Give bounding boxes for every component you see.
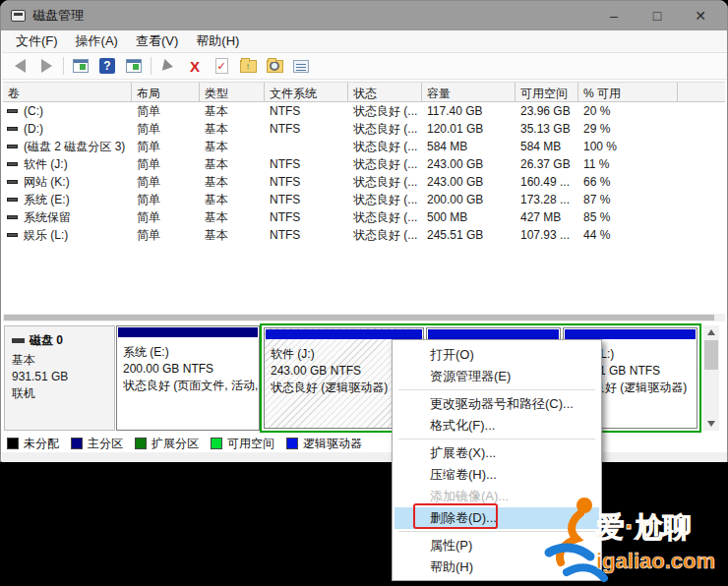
partition-size: 200.00 GB NTFS bbox=[123, 361, 253, 378]
table-row[interactable]: 娱乐 (L:) 简单 基本 NTFS 状态良好 (... 245.51 GB 1… bbox=[3, 226, 725, 244]
vscroll-thumb[interactable] bbox=[704, 340, 718, 370]
find-icon[interactable] bbox=[265, 57, 284, 75]
window-bottom-strip bbox=[2, 452, 727, 462]
watermark-domain: igaliao.com bbox=[596, 549, 715, 573]
logical-partition-stripe bbox=[266, 329, 422, 339]
volume-list-header: 卷 布局 类型 文件系统 状态 容量 可用空间 % 可用 bbox=[3, 82, 725, 102]
menu-view[interactable]: 查看(V) bbox=[128, 30, 186, 52]
legend-swatch bbox=[7, 438, 19, 449]
column-header-capacity[interactable]: 容量 bbox=[422, 83, 516, 101]
watermark-brand: 爱·尬聊 bbox=[595, 511, 692, 543]
volume-icon bbox=[7, 109, 18, 113]
volume-list: 卷 布局 类型 文件系统 状态 容量 可用空间 % 可用 (C:) 简单 基本 … bbox=[3, 82, 725, 244]
disk-status: 联机 bbox=[12, 385, 107, 402]
column-header-filesystem[interactable]: 文件系统 bbox=[265, 83, 348, 101]
legend: 未分配 主分区 扩展分区 可用空间 逻辑驱动器 bbox=[7, 435, 362, 452]
vertical-scrollbar[interactable] bbox=[703, 325, 719, 431]
menu-action[interactable]: 操作(A) bbox=[68, 30, 126, 52]
column-header-volume[interactable]: 卷 bbox=[3, 83, 132, 101]
volume-icon bbox=[7, 198, 18, 202]
disk-icon bbox=[12, 338, 25, 343]
legend-swatch bbox=[211, 438, 222, 449]
table-row[interactable]: (D:) 简单 基本 NTFS 状态良好 (... 120.01 GB 35.1… bbox=[3, 120, 725, 138]
verify-disk-icon[interactable]: ✓ bbox=[212, 57, 231, 75]
column-header-free[interactable]: 可用空间 bbox=[516, 83, 578, 101]
volume-icon bbox=[7, 215, 18, 219]
column-header-layout[interactable]: 布局 bbox=[132, 83, 200, 101]
column-header-type[interactable]: 类型 bbox=[200, 83, 265, 101]
partition-name: 系统 (E:) bbox=[123, 344, 253, 361]
volume-icon bbox=[7, 180, 18, 184]
logical-partition-stripe bbox=[428, 329, 559, 339]
menu-file[interactable]: 文件(F) bbox=[8, 30, 66, 52]
scroll-down-icon[interactable] bbox=[703, 417, 719, 431]
window-title: 磁盘管理 bbox=[32, 7, 84, 25]
minimize-button[interactable]: – bbox=[605, 8, 623, 24]
menu-separator bbox=[398, 439, 595, 440]
menu-separator bbox=[398, 389, 595, 390]
column-header-pctfree[interactable]: % 可用 bbox=[578, 83, 678, 101]
screenshot-stage: 磁盘管理 – □ ✕ 文件(F) 操作(A) 查看(V) 帮助(H) ? X ✓… bbox=[0, 0, 728, 586]
menu-item-extend-volume[interactable]: 扩展卷(X)... bbox=[394, 442, 599, 464]
menu-item-change-drive-letter[interactable]: 更改驱动器号和路径(C)... bbox=[394, 393, 599, 415]
table-row[interactable]: 系统 (E:) 简单 基本 NTFS 状态良好 (... 200.00 GB 1… bbox=[3, 191, 725, 208]
toolbar-separator bbox=[151, 57, 152, 75]
annotation-highlight-box bbox=[413, 503, 498, 529]
partition-system-e[interactable]: 系统 (E:) 200.00 GB NTFS 状态良好 (页面文件, 活动, bbox=[116, 325, 260, 431]
console-tree-icon[interactable] bbox=[124, 57, 144, 75]
volume-icon bbox=[7, 162, 18, 166]
forward-icon[interactable] bbox=[36, 57, 56, 75]
menu-item-open[interactable]: 打开(O) bbox=[394, 344, 599, 366]
maximize-button[interactable]: □ bbox=[648, 8, 666, 24]
table-row[interactable]: 网站 (K:) 简单 基本 NTFS 状态良好 (... 243.00 GB 1… bbox=[3, 173, 725, 191]
table-row[interactable]: 软件 (J:) 简单 基本 NTFS 状态良好 (... 243.00 GB 2… bbox=[3, 155, 725, 173]
title-bar: 磁盘管理 – □ ✕ bbox=[1, 1, 727, 30]
partition-status: 状态良好 (页面文件, 活动, bbox=[123, 378, 253, 394]
action-pointer-icon[interactable] bbox=[158, 57, 178, 75]
table-row[interactable]: (磁盘 2 磁盘分区 3) 简单 基本 状态良好 (... 584 MB 584… bbox=[3, 138, 725, 155]
toolbar-separator bbox=[63, 57, 64, 75]
volume-icon bbox=[7, 127, 18, 131]
disk-management-window: 磁盘管理 – □ ✕ 文件(F) 操作(A) 查看(V) 帮助(H) ? X ✓… bbox=[0, 0, 728, 462]
export-icon[interactable]: ↑ bbox=[238, 57, 258, 75]
menu-bar: 文件(F) 操作(A) 查看(V) 帮助(H) bbox=[2, 30, 727, 53]
close-button[interactable]: ✕ bbox=[692, 8, 709, 24]
disk-type: 基本 bbox=[12, 352, 107, 369]
volume-icon bbox=[7, 233, 18, 237]
help-icon[interactable]: ? bbox=[97, 57, 117, 75]
delete-icon[interactable]: X bbox=[185, 57, 205, 75]
table-row[interactable]: 系统保留 简单 基本 NTFS 状态良好 (... 500 MB 427 MB … bbox=[3, 208, 725, 226]
column-header-status[interactable]: 状态 bbox=[348, 83, 422, 101]
toolbar: ? X ✓ ↑ bbox=[2, 53, 727, 80]
disk0-label-panel[interactable]: 磁盘 0 基本 931.51 GB 联机 bbox=[4, 325, 115, 431]
table-row[interactable]: (C:) 简单 基本 NTFS 状态良好 (... 117.40 GB 23.9… bbox=[3, 102, 725, 120]
logical-partition-stripe bbox=[565, 329, 696, 339]
hscroll-thumb[interactable] bbox=[4, 315, 714, 321]
menu-item-shrink-volume[interactable]: 压缩卷(H)... bbox=[394, 464, 599, 486]
console-window-icon[interactable] bbox=[71, 57, 91, 75]
properties-icon[interactable] bbox=[291, 57, 311, 75]
legend-item-logical: 逻辑驱动器 bbox=[286, 436, 362, 452]
legend-item-freespace: 可用空间 bbox=[211, 436, 274, 452]
menu-help[interactable]: 帮助(H) bbox=[188, 30, 247, 52]
scroll-up-icon[interactable] bbox=[703, 325, 719, 339]
column-header-extra bbox=[678, 83, 725, 101]
legend-item-extended: 扩展分区 bbox=[135, 436, 199, 452]
menu-item-explorer[interactable]: 资源管理器(E) bbox=[394, 366, 599, 387]
legend-swatch bbox=[286, 438, 298, 449]
volume-icon bbox=[7, 145, 18, 148]
horizontal-scrollbar[interactable] bbox=[3, 314, 725, 322]
legend-item-primary: 主分区 bbox=[71, 436, 123, 452]
back-icon[interactable] bbox=[10, 57, 30, 75]
legend-swatch bbox=[135, 438, 147, 449]
disk-size: 931.51 GB bbox=[12, 369, 107, 385]
legend-item-unallocated: 未分配 bbox=[7, 436, 59, 452]
menu-item-format[interactable]: 格式化(F)... bbox=[394, 415, 599, 437]
primary-partition-stripe bbox=[118, 327, 258, 337]
watermark: 爱·尬聊 igaliao.com bbox=[541, 492, 728, 586]
legend-swatch bbox=[71, 438, 83, 449]
app-icon bbox=[11, 10, 26, 22]
